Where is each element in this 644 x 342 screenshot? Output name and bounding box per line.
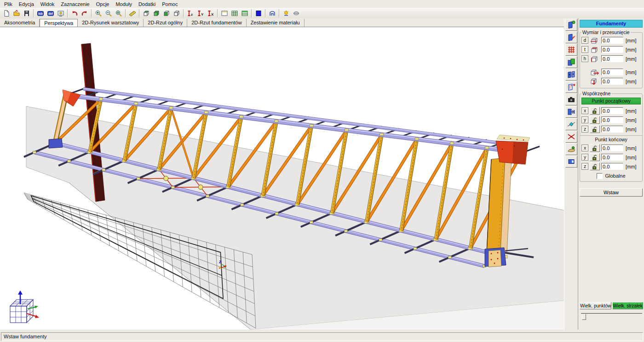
- red-grid-button[interactable]: [565, 44, 577, 56]
- start-z-input[interactable]: [601, 126, 623, 133]
- menu-item-zaznaczenie[interactable]: Zaznaczenie: [58, 1, 92, 7]
- dim-t-input[interactable]: [601, 46, 623, 53]
- unit-label: [mm]: [626, 56, 636, 62]
- section-z-button[interactable]: z: [185, 9, 196, 18]
- panel-add-button[interactable]: [565, 19, 577, 31]
- offset-z-input[interactable]: [601, 78, 623, 85]
- print-preview-icon: [57, 10, 64, 17]
- global-checkbox-label: Globalne: [605, 173, 625, 179]
- new-file-button[interactable]: [1, 9, 12, 18]
- arrow-size-button[interactable]: Wielk. strzałek: [612, 302, 643, 309]
- render-solid-button[interactable]: [253, 9, 264, 18]
- dim-d-input[interactable]: [601, 37, 623, 44]
- view-side-button[interactable]: [172, 9, 182, 18]
- menu-bar: Plik Edycja Widok Zaznaczenie Opcje Modu…: [0, 0, 644, 8]
- panel-add-icon: [567, 20, 576, 29]
- list-view-icon: [241, 10, 248, 17]
- lock-start-x-button[interactable]: [590, 107, 600, 115]
- global-checkbox[interactable]: [597, 173, 603, 179]
- application-window: Plik Edycja Widok Zaznaczenie Opcje Modu…: [0, 0, 644, 342]
- menu-item-moduly[interactable]: Moduły: [112, 1, 135, 7]
- redo-button[interactable]: [80, 9, 90, 18]
- cut-element-button[interactable]: [565, 131, 577, 143]
- end-z-input[interactable]: [601, 163, 623, 170]
- unit-label: [mm]: [626, 155, 636, 160]
- lock-end-z-button[interactable]: [590, 162, 600, 170]
- list-view-button[interactable]: [240, 9, 250, 18]
- camera-button[interactable]: [565, 93, 577, 105]
- print-preview-button[interactable]: [56, 9, 66, 18]
- undo-icon: [71, 10, 78, 17]
- unit-label: [mm]: [626, 145, 636, 151]
- unlock-icon: [592, 117, 598, 123]
- tab-aksonometria[interactable]: Aksonometria: [0, 19, 40, 27]
- foundation-button[interactable]: [565, 143, 577, 155]
- point-size-button[interactable]: Wielk. punktów: [580, 302, 611, 309]
- menu-item-widok[interactable]: Widok: [37, 1, 58, 7]
- tab-2d-rysunek-warsztatowy[interactable]: 2D-Rysunek warsztatowy: [78, 19, 144, 27]
- frame-structure-button[interactable]: [267, 9, 277, 18]
- unit-label: [mm]: [626, 117, 636, 123]
- end-x-input[interactable]: [601, 145, 623, 151]
- unit-label: [mm]: [626, 38, 636, 43]
- zoom-in-button[interactable]: [93, 9, 104, 18]
- tab-perspektywa[interactable]: Perspektywa: [40, 19, 78, 27]
- shade-mode-button[interactable]: [291, 9, 301, 18]
- menu-item-dodatki[interactable]: Dodatki: [135, 1, 159, 7]
- view-front-button[interactable]: [161, 9, 172, 18]
- start-point-header[interactable]: Punkt początkowy: [581, 98, 641, 104]
- panel-pair-button[interactable]: [565, 56, 577, 68]
- info-panel-button[interactable]: [565, 156, 577, 168]
- tab-zestawienie-materialu[interactable]: Zestawienie materiału: [247, 19, 305, 27]
- section-y-button[interactable]: Y: [196, 9, 206, 18]
- start-y-input[interactable]: [601, 116, 623, 123]
- dim-label-t: t: [581, 46, 588, 53]
- zoom-out-button[interactable]: [104, 9, 114, 18]
- axis-label-z: z: [581, 126, 588, 133]
- cut-element-icon: [567, 132, 576, 141]
- menu-item-edycja[interactable]: Edycja: [16, 1, 37, 7]
- isb-export-button[interactable]: isb: [35, 9, 46, 18]
- panel-plus-button[interactable]: [565, 81, 577, 93]
- open-file-button[interactable]: [12, 9, 22, 18]
- viewport-layout-button[interactable]: [219, 9, 230, 18]
- offset-x-input[interactable]: [601, 69, 623, 75]
- view-top-button[interactable]: [151, 9, 161, 18]
- slider-thumb[interactable]: [582, 314, 586, 320]
- undo-button[interactable]: [69, 9, 80, 18]
- lock-end-x-button[interactable]: [590, 144, 600, 152]
- end-y-input[interactable]: [601, 154, 623, 161]
- offset-z-icon: [590, 78, 600, 85]
- red-grid-icon: [567, 45, 576, 54]
- node-element-button[interactable]: [565, 118, 577, 130]
- start-x-input[interactable]: [601, 107, 623, 114]
- viewport-canvas[interactable]: z: [0, 27, 564, 330]
- lock-start-y-button[interactable]: [590, 116, 600, 124]
- dxf-export-button[interactable]: dxf: [46, 9, 56, 18]
- dxf-export-icon: dxf: [47, 10, 54, 17]
- grid-view-button[interactable]: [230, 9, 240, 18]
- measure-button[interactable]: [127, 9, 138, 18]
- panel-edit-button[interactable]: [565, 31, 577, 43]
- end-y-row: y [mm]: [581, 153, 641, 162]
- lock-start-z-button[interactable]: [590, 125, 600, 133]
- panel-points-button[interactable]: [565, 69, 577, 81]
- dim-row-t: t [mm]: [581, 45, 641, 54]
- view-iso-button[interactable]: [141, 9, 151, 18]
- section-x-button[interactable]: X: [206, 9, 216, 18]
- save-button[interactable]: [22, 9, 32, 18]
- light-button[interactable]: [281, 9, 291, 18]
- zoom-window-button[interactable]: [114, 9, 124, 18]
- unlock-icon: [592, 145, 598, 151]
- lock-end-y-button[interactable]: [590, 153, 600, 161]
- dim-h-input[interactable]: [601, 55, 623, 62]
- info-panel-icon: [567, 157, 576, 166]
- insert-button[interactable]: Wstaw: [580, 188, 643, 197]
- menu-item-plik[interactable]: Plik: [1, 1, 16, 7]
- menu-item-opcje[interactable]: Opcje: [93, 1, 113, 7]
- menu-item-pomoc[interactable]: Pomoc: [159, 1, 181, 7]
- tab-2d-rzut-ogolny[interactable]: 2D-Rzut ogólny: [144, 19, 187, 27]
- arrow-size-slider[interactable]: [581, 311, 642, 319]
- tab-2d-rzut-fundamentow[interactable]: 2D-Rzut fundamentów: [187, 19, 246, 27]
- panel-connect-button[interactable]: [565, 106, 577, 118]
